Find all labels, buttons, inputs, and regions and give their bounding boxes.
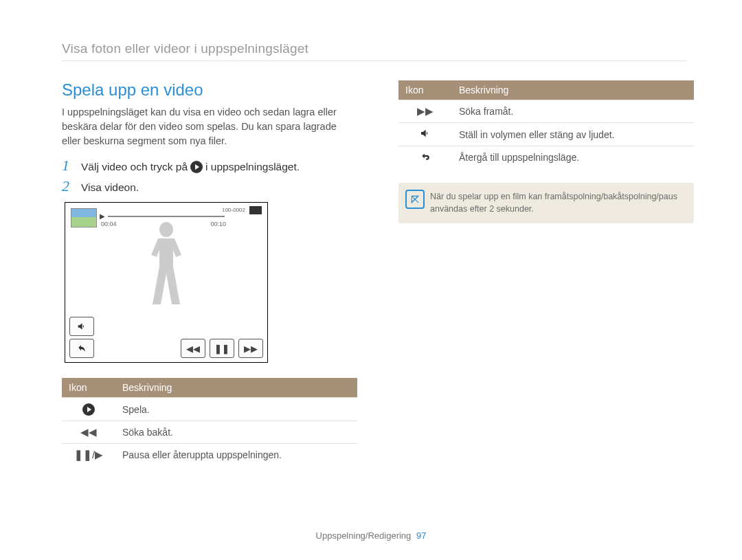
step-number: 1 (62, 158, 74, 173)
video-content-silhouette (146, 222, 187, 314)
file-number: 100-0002 (222, 207, 245, 213)
icon-table-left: Ikon Beskrivning Spela. ◀◀ Söka bakåt. ❚… (62, 378, 357, 466)
step-text-pre: Visa videon. (81, 181, 139, 194)
step-number: 2 (62, 179, 74, 194)
breadcrumb: Visa foton eller videor i uppspelningslä… (62, 41, 687, 61)
note-box: När du spelar upp en film kan framåtspol… (398, 183, 694, 223)
table-row: Spela. (62, 398, 357, 421)
note-text: När du spelar upp en film kan framåtspol… (430, 192, 677, 214)
step-text-post: i uppspelningsläget. (205, 161, 300, 173)
table-header-desc: Beskrivning (115, 378, 357, 398)
return-icon (398, 146, 452, 168)
pause-button[interactable]: ❚❚ (210, 339, 234, 358)
table-desc: Söka framåt. (452, 100, 694, 123)
time-total: 00:10 (210, 221, 226, 227)
table-row: ▶▶ Söka framåt. (398, 100, 694, 123)
play-icon (190, 161, 203, 173)
page-footer: Uppspelning/Redigering 97 (0, 530, 742, 541)
left-column: Spela upp en video I uppspelningsläget k… (62, 80, 357, 466)
back-button[interactable] (69, 339, 94, 358)
table-row: Ställ in volymen eller stäng av ljudet. (398, 123, 694, 146)
forward-button[interactable]: ▶▶ (238, 339, 263, 358)
table-header-icon: Ikon (62, 378, 115, 398)
rewind-button[interactable]: ◀◀ (181, 339, 205, 358)
table-desc: Ställ in volymen eller stäng av ljudet. (452, 123, 694, 146)
volume-button[interactable] (69, 317, 94, 336)
fast-forward-icon: ▶▶ (398, 100, 452, 123)
intro-text: I uppspelningsläget kan du visa en video… (62, 105, 357, 148)
video-thumbnail (71, 208, 97, 227)
table-desc: Återgå till uppspelningsläge. (452, 146, 694, 168)
footer-page-number: 97 (416, 530, 426, 541)
table-row: Återgå till uppspelningsläge. (398, 146, 694, 168)
footer-section: Uppspelning/Redigering (316, 530, 412, 541)
page-title: Spela upp en video (62, 80, 357, 100)
pause-play-icon: ❚❚/▶ (62, 444, 115, 467)
table-desc: Söka bakåt. (115, 421, 357, 444)
table-row: ◀◀ Söka bakåt. (62, 421, 357, 444)
step-text-pre: Välj video och tryck på (81, 161, 188, 173)
rewind-icon: ◀◀ (62, 421, 115, 444)
table-desc: Spela. (115, 398, 357, 421)
table-header-icon: Ikon (398, 80, 452, 100)
right-column: Ikon Beskrivning ▶▶ Söka framåt. Ställ i… (398, 80, 694, 466)
battery-icon (249, 206, 262, 214)
table-desc: Pausa eller återuppta uppspelningen. (115, 444, 357, 467)
volume-icon (398, 123, 452, 146)
time-elapsed: 00:04 (101, 221, 117, 227)
play-indicator-icon: ▶ (100, 212, 105, 220)
step-1: 1 Välj video och tryck på i uppspelnings… (62, 158, 357, 173)
video-player: ▶ 00:04 00:10 100-0002 (65, 202, 268, 363)
icon-table-right: Ikon Beskrivning ▶▶ Söka framåt. Ställ i… (398, 80, 694, 168)
step-2: 2 Visa videon. (62, 179, 357, 194)
progress-bar (108, 216, 225, 217)
info-icon (405, 190, 425, 209)
play-icon (82, 403, 95, 416)
table-row: ❚❚/▶ Pausa eller återuppta uppspelningen… (62, 444, 357, 467)
table-header-desc: Beskrivning (452, 80, 694, 100)
